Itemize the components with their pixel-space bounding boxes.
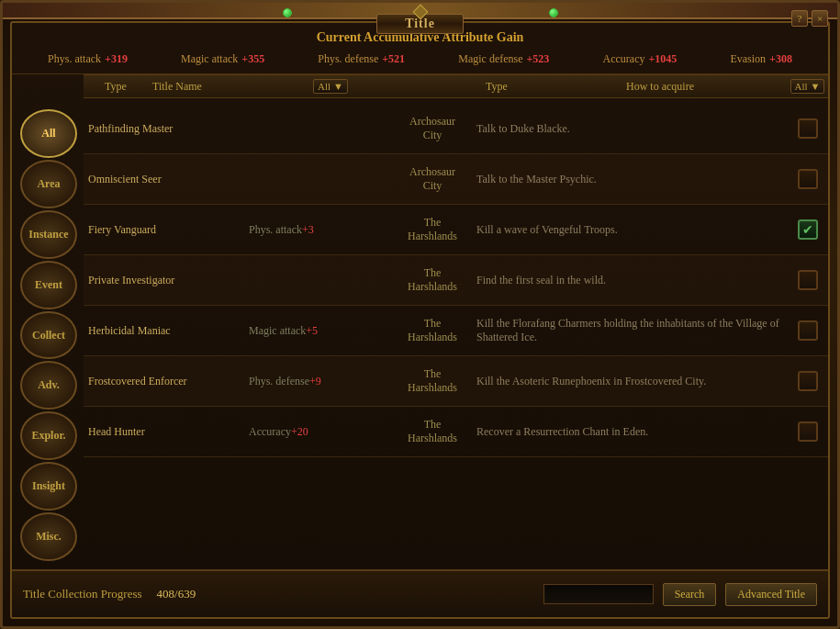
advanced-title-button[interactable]: Advanced Title [725,583,817,606]
row-attr: Phys. defense +9 [244,356,396,406]
row-location: Archosaur City [396,104,469,153]
table-row[interactable]: Pathfinding Master Archosaur City Talk t… [84,104,828,154]
row-acquire: Kill a wave of Vengeful Troops. [469,205,787,254]
row-attr: Phys. attack +3 [244,205,396,254]
row-check [787,255,828,305]
stat-value: +523 [527,52,550,66]
attr-value: +20 [291,425,308,439]
row-check: ✔ [787,205,828,254]
sidebar-btn-insight[interactable]: Insight [20,462,77,511]
checkbox[interactable] [798,371,818,391]
all-filter-dropdown[interactable]: All ▼ [313,79,348,94]
row-location: The Harshlands [396,407,469,456]
attr-value: +5 [306,324,318,338]
title-name-header-label: Title Name [152,80,202,93]
table-row[interactable]: Omniscient Seer Archosaur City Talk to t… [84,154,828,205]
attr-label: Phys. defense [249,375,309,388]
table-row[interactable]: Fiery Vanguard Phys. attack +3 The Harsh… [84,205,828,255]
gem-left [283,8,292,17]
search-input[interactable] [543,584,654,604]
stat-value: +1045 [648,52,677,66]
window-controls: ? × [791,10,828,27]
stat-label: Magic attack [181,52,238,66]
dropdown-arrow-icon: ▼ [333,81,343,92]
all-filter2-dropdown[interactable]: All ▼ [790,79,825,94]
sidebar-btn-instance[interactable]: Instance [20,210,77,259]
sidebar-btn-misc[interactable]: Misc. [20,512,77,561]
stat-label: Magic defense [458,52,522,66]
row-acquire: Recover a Resurrection Chant in Eden. [469,407,787,456]
stat-item: Magic defense+523 [458,52,549,66]
stat-item: Magic attack+355 [181,52,264,66]
checkbox[interactable] [798,421,818,442]
check-mark-icon: ✔ [802,222,813,238]
all-filter2-label: All [795,81,808,92]
col-type-header: Type [84,80,148,94]
stat-item: Accuracy+1045 [602,52,677,66]
row-attr: Magic attack +5 [244,306,396,355]
attr-value: +9 [309,375,321,388]
stat-label: Phys. defense [318,52,378,66]
row-location: The Harshlands [396,306,469,355]
table-row[interactable]: Head Hunter Accuracy +20 The Harshlands … [84,407,828,457]
stat-item: Evasion+308 [730,52,792,66]
row-acquire: Find the first seal in the wild. [469,255,787,305]
row-check [787,104,828,153]
stat-value: +355 [241,52,264,66]
col-name-header: Title Name [148,80,308,94]
row-location: Archosaur City [396,154,469,204]
table-row[interactable]: Herbicidal Maniac Magic attack +5 The Ha… [84,306,828,356]
sidebar-btn-collect[interactable]: Collect [20,311,77,360]
all-filter-label: All [318,81,330,92]
row-check [787,306,828,355]
table-header-wrapper: Type Title Name All ▼ Type How to acquir… [84,74,828,98]
title-bar: Title [329,6,512,34]
sidebar-btn-adv[interactable]: Adv. [20,361,77,410]
type-header-label: Type [105,80,127,93]
close-button[interactable]: × [812,10,828,27]
sidebar-btn-event[interactable]: Event [20,261,77,309]
attr-label: Phys. attack [249,223,302,237]
help-button[interactable]: ? [791,10,808,27]
sidebar-btn-area[interactable]: Area [20,160,77,208]
row-title-name: Fiery Vanguard [84,205,244,254]
col-check-header: All ▼ [787,79,828,94]
table-row[interactable]: Frostcovered Enforcer Phys. defense +9 T… [84,356,828,407]
main-content: Current Accumulative Attribute Gain Phys… [10,21,830,619]
checkbox[interactable] [798,118,818,139]
col-attr-header: All ▼ [308,79,460,94]
table-row[interactable]: Private Investigator The Harshlands Find… [84,255,828,306]
row-check [787,407,828,456]
checkbox[interactable] [798,320,818,341]
attr-label: Magic attack [249,324,306,338]
stats-row: Phys. attack+319Magic attack+355Phys. de… [12,50,828,74]
table-area[interactable]: Pathfinding Master Archosaur City Talk t… [84,104,828,567]
row-title-name: Private Investigator [84,255,244,305]
row-title-name: Herbicidal Maniac [84,306,244,355]
checkbox[interactable]: ✔ [798,219,818,240]
row-title-name: Frostcovered Enforcer [84,356,244,406]
stat-item: Phys. attack+319 [48,52,128,66]
dropdown2-arrow-icon: ▼ [811,81,821,92]
row-location: The Harshlands [396,255,469,305]
sidebar-btn-explor[interactable]: Explor. [20,411,77,460]
sidebar: AllAreaInstanceEventCollectAdv.Explor.In… [12,104,85,567]
table-header: Type Title Name All ▼ Type How to acquir… [84,74,828,98]
col-acquire-header: How to acquire [533,80,787,94]
checkbox[interactable] [798,169,818,189]
sidebar-btn-all[interactable]: All [20,109,77,158]
search-button[interactable]: Search [663,583,717,606]
row-check [787,356,828,406]
stat-value: +308 [769,52,792,66]
row-location: The Harshlands [396,205,469,254]
row-attr [244,154,396,204]
row-acquire: Kill the Asoteric Runephoenix in Frostco… [469,356,787,406]
stat-label: Accuracy [602,52,644,66]
stat-value: +319 [105,52,128,66]
row-attr [244,104,396,153]
progress-value: 408/639 [157,587,196,601]
checkbox[interactable] [798,270,818,290]
attr-label: Accuracy [249,425,291,439]
row-location: The Harshlands [396,356,469,406]
row-title-name: Pathfinding Master [84,104,244,153]
